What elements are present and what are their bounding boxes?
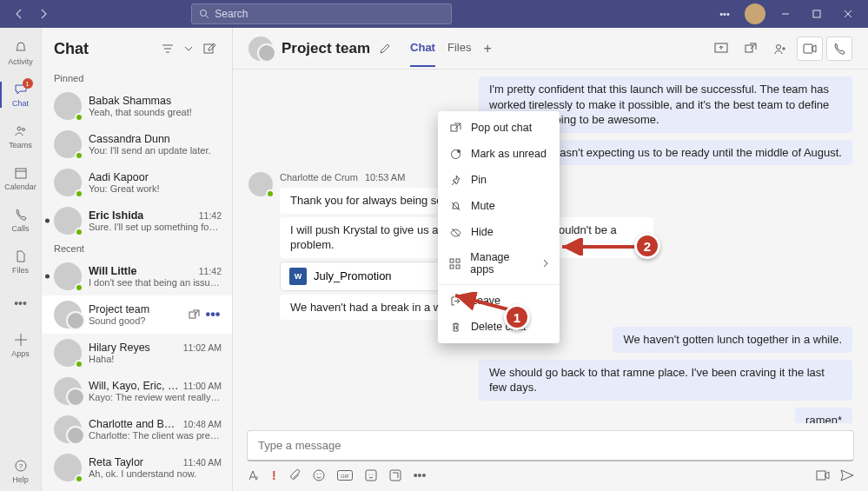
- chat-list-item[interactable]: Project teamSound good?•••: [42, 295, 232, 334]
- popout-icon[interactable]: [738, 36, 764, 61]
- ctx-delete[interactable]: Delete chat: [438, 314, 560, 340]
- popout-chat-icon[interactable]: [185, 306, 202, 323]
- tab-files[interactable]: Files: [447, 30, 471, 67]
- avatar: [54, 301, 82, 328]
- back-button[interactable]: [9, 3, 30, 24]
- close-button[interactable]: [837, 3, 859, 25]
- chat-name: Charlotte and Babak: [89, 418, 180, 430]
- message-input[interactable]: Type a message: [247, 430, 854, 461]
- conversation-header: Project team Chat Files +: [233, 28, 868, 70]
- new-chat-button[interactable]: [199, 38, 220, 59]
- bell-icon: [13, 40, 29, 56]
- avatar: [54, 262, 82, 290]
- chat-time: 11:40 AM: [183, 457, 222, 468]
- chat-preview: Ah, ok. I understand now.: [89, 468, 222, 479]
- svg-point-15: [320, 474, 321, 474]
- ctx-hide[interactable]: Hide: [438, 219, 560, 245]
- popout-icon: [448, 121, 462, 135]
- sender-name: Charlotte de Crum: [280, 172, 358, 182]
- screen-share-icon[interactable]: [708, 36, 734, 61]
- rail-files[interactable]: Files: [0, 242, 42, 282]
- svg-rect-29: [456, 265, 460, 269]
- edit-icon[interactable]: [379, 43, 391, 55]
- avatar: [54, 92, 82, 120]
- chat-list-item[interactable]: Will, Kayo, Eric, +511:00 AMKayo: The re…: [42, 372, 232, 410]
- rail-teams[interactable]: Teams: [0, 116, 42, 156]
- maximize-button[interactable]: [805, 3, 828, 25]
- pin-icon: [448, 173, 462, 187]
- more-icon[interactable]: •••: [414, 468, 427, 482]
- chat-list-item[interactable]: Hilary Reyes11:02 AMHaha!: [42, 334, 232, 372]
- avatar: [54, 339, 82, 367]
- delete-icon: [448, 320, 462, 334]
- ctx-unread[interactable]: Mark as unread: [438, 141, 560, 167]
- rail-calls[interactable]: Calls: [0, 200, 42, 240]
- more-options-button[interactable]: •••: [204, 306, 222, 323]
- svg-rect-4: [16, 169, 26, 178]
- filter-button[interactable]: [157, 38, 178, 59]
- avatar: [54, 454, 82, 481]
- ctx-apps[interactable]: Manage apps: [438, 245, 560, 282]
- chat-list-item[interactable]: Babak ShammasYeah, that sounds great!: [42, 87, 232, 125]
- chat-list-item[interactable]: Joshua VanBuren10:29 AMThanks for review…: [42, 487, 232, 491]
- chat-name: Project team: [89, 303, 149, 315]
- chat-list-item[interactable]: Aadi KapoorYou: Great work!: [42, 163, 232, 202]
- compose-area: Type a message ! GIF •••: [233, 423, 868, 491]
- chat-list-item[interactable]: Charlotte and Babak10:48 AMCharlotte: Th…: [42, 410, 232, 448]
- svg-point-25: [457, 149, 461, 153]
- rail-activity[interactable]: Activity: [0, 33, 42, 73]
- chat-list-item[interactable]: Reta Taylor11:40 AMAh, ok. I understand …: [42, 448, 232, 487]
- rail-chat[interactable]: Chat 1: [0, 75, 42, 115]
- rail-calendar[interactable]: Calendar: [0, 158, 42, 198]
- chat-list-item[interactable]: Will Little11:42I don't see that being a…: [42, 257, 232, 295]
- chevron-down-icon[interactable]: [178, 38, 199, 59]
- pinned-label: Pinned: [42, 70, 232, 87]
- rail-apps[interactable]: Apps: [0, 325, 42, 365]
- chat-preview: Haha!: [89, 354, 222, 364]
- minimize-button[interactable]: [774, 3, 797, 25]
- send-button[interactable]: [840, 469, 854, 481]
- titlebar: Search •••: [0, 0, 868, 28]
- chat-badge: 1: [23, 78, 33, 89]
- mute-icon: [448, 199, 462, 213]
- emoji-icon[interactable]: [313, 469, 325, 481]
- chat-list-item[interactable]: Eric Ishida11:42Sure. I'll set up someth…: [42, 202, 232, 240]
- ctx-pin[interactable]: Pin: [438, 167, 560, 193]
- format-icon[interactable]: [247, 469, 260, 482]
- svg-text:?: ?: [18, 462, 23, 470]
- forward-button[interactable]: [33, 3, 54, 24]
- gif-icon[interactable]: GIF: [337, 470, 353, 481]
- chat-time: 11:00 AM: [183, 381, 222, 391]
- rail-more[interactable]: •••: [0, 283, 42, 323]
- loop-icon[interactable]: [389, 469, 401, 481]
- attach-icon[interactable]: [288, 469, 301, 481]
- add-people-icon[interactable]: [767, 36, 793, 61]
- user-avatar[interactable]: [745, 3, 765, 24]
- search-icon: [199, 9, 209, 19]
- audio-call-button[interactable]: [826, 36, 852, 61]
- search-input[interactable]: Search: [191, 3, 452, 24]
- svg-rect-27: [456, 259, 460, 262]
- ctx-label: Mute: [471, 200, 495, 212]
- more-button[interactable]: •••: [713, 3, 736, 25]
- chat-time: 11:42: [199, 266, 222, 276]
- add-tab-button[interactable]: +: [483, 30, 491, 67]
- video-call-button[interactable]: [797, 36, 823, 61]
- conversation-pane: Project team Chat Files + I'm pretty con…: [233, 28, 868, 491]
- send-later-icon[interactable]: [816, 469, 830, 481]
- ctx-popout[interactable]: Pop out chat: [438, 115, 560, 141]
- tab-chat[interactable]: Chat: [410, 30, 435, 67]
- plus-icon: [13, 332, 29, 348]
- ctx-mute[interactable]: Mute: [438, 193, 560, 219]
- sender-avatar: [248, 172, 273, 196]
- svg-point-13: [314, 470, 324, 481]
- sticker-icon[interactable]: [365, 469, 377, 481]
- priority-icon[interactable]: !: [272, 468, 276, 482]
- svg-point-2: [17, 127, 21, 130]
- chat-preview: You: I'll send an update later.: [89, 145, 222, 156]
- ctx-label: Manage apps: [470, 251, 533, 275]
- chat-preview: Yeah, that sounds great!: [89, 107, 222, 117]
- rail-help[interactable]: ? Help: [0, 451, 42, 491]
- chat-list-item[interactable]: Cassandra DunnYou: I'll send an update l…: [42, 125, 232, 163]
- chat-name: Cassandra Dunn: [89, 133, 170, 145]
